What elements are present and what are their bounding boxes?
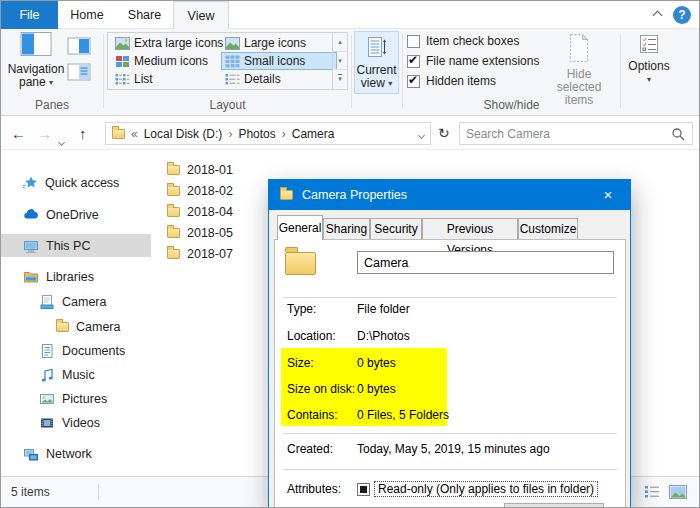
- location-value: D:\Photos: [357, 329, 410, 343]
- hide-selected-items-button[interactable]: Hide selected items: [545, 33, 613, 107]
- help-icon[interactable]: ?: [673, 6, 691, 24]
- forward-button[interactable]: →: [37, 117, 52, 150]
- file-name-extensions-checkbox[interactable]: File name extensions: [407, 53, 539, 69]
- chevron-down-icon: [58, 139, 65, 146]
- dropdown-arrow-icon: ▾: [388, 79, 392, 88]
- music-note-icon: [39, 367, 55, 383]
- gallery-more-icon[interactable]: ▾: [333, 69, 347, 87]
- chevron-down-icon: [418, 131, 425, 138]
- pictures-icon: [39, 391, 55, 407]
- read-only-label[interactable]: Read-only (Only applies to files in fold…: [374, 481, 598, 497]
- refresh-button[interactable]: ↻: [438, 117, 450, 150]
- tab-customize[interactable]: Customize: [518, 218, 578, 239]
- tab-view[interactable]: View: [173, 1, 229, 29]
- navigation-pane-button[interactable]: Navigation pane ▾: [7, 31, 65, 89]
- sidebar-item-label: Music: [62, 368, 95, 382]
- details-pane-button[interactable]: [67, 63, 91, 85]
- hidden-items-checkbox[interactable]: Hidden items: [407, 73, 496, 89]
- search-input[interactable]: [460, 127, 671, 141]
- details-pane-icon: [67, 63, 91, 81]
- layout-large-icons[interactable]: Large icons: [221, 34, 310, 52]
- tab-file[interactable]: File: [1, 1, 58, 29]
- sidebar-item-label: OneDrive: [46, 208, 99, 222]
- layout-extra-large-icons[interactable]: Extra large icons: [111, 34, 227, 52]
- sidebar-item-pictures[interactable]: Pictures: [1, 387, 151, 410]
- dialog-title-bar[interactable]: Camera Properties ×: [269, 180, 630, 210]
- back-button[interactable]: ←: [11, 117, 26, 150]
- folder-icon-large: [285, 252, 316, 275]
- list-item[interactable]: 2018-05: [167, 223, 233, 243]
- scroll-up-icon[interactable]: ▴: [333, 33, 347, 51]
- address-dropdown[interactable]: [419, 127, 424, 141]
- sidebar-item-videos[interactable]: Videos: [1, 411, 151, 434]
- separator: [283, 297, 617, 298]
- group-separator: [620, 34, 621, 108]
- group-separator: [351, 34, 352, 108]
- layout-list[interactable]: List: [111, 70, 157, 88]
- sidebar-item-camera-library[interactable]: Camera: [1, 290, 151, 313]
- options-button[interactable]: Options▾: [623, 33, 675, 86]
- recent-locations-dropdown[interactable]: [59, 131, 64, 149]
- breadcrumb-item-photos[interactable]: Photos: [238, 127, 275, 141]
- up-button[interactable]: ↑: [79, 117, 87, 150]
- thumbnails-view-button[interactable]: [667, 485, 689, 501]
- size-label: Size:: [287, 356, 314, 370]
- list-item[interactable]: 2018-01: [167, 160, 233, 180]
- collapsed-path-icon[interactable]: «: [131, 127, 138, 141]
- minimize-ribbon-icon[interactable]: [651, 10, 663, 20]
- layout-item-label: Small icons: [244, 54, 305, 68]
- folder-name-input[interactable]: [357, 251, 614, 274]
- advanced-button-partial[interactable]: [504, 503, 604, 508]
- layout-medium-icons[interactable]: Medium icons: [111, 52, 212, 70]
- sidebar-item-music[interactable]: Music: [1, 363, 151, 386]
- separator: [283, 433, 617, 434]
- item-check-boxes-checkbox[interactable]: Item check boxes: [407, 33, 519, 49]
- sidebar-item-libraries[interactable]: Libraries: [1, 265, 151, 288]
- folder-icon: [56, 322, 69, 332]
- tab-sharing[interactable]: Sharing: [323, 218, 370, 239]
- folder-icon: [167, 207, 180, 217]
- location-label: Location:: [287, 329, 336, 343]
- tab-previous-versions[interactable]: Previous Versions: [422, 218, 518, 239]
- breadcrumb-item-drive[interactable]: Local Disk (D:): [144, 127, 223, 141]
- sidebar-item-onedrive[interactable]: OneDrive: [1, 203, 151, 226]
- layout-details[interactable]: Details: [221, 70, 285, 88]
- size-on-disk-value: 0 bytes: [357, 382, 396, 396]
- scroll-down-icon[interactable]: ▾: [333, 51, 347, 69]
- breadcrumb[interactable]: « Local Disk (D:) › Photos › Camera: [105, 122, 431, 145]
- close-icon[interactable]: ×: [587, 181, 629, 209]
- list-item[interactable]: 2018-02: [167, 181, 233, 201]
- sidebar-item-network[interactable]: Network: [1, 442, 151, 465]
- preview-pane-button[interactable]: [67, 37, 91, 59]
- list-item[interactable]: 2018-04: [167, 202, 233, 222]
- created-value: Today, May 5, 2019, 15 minutes ago: [357, 442, 550, 456]
- folder-icon: [167, 249, 180, 259]
- folder-icon: [167, 186, 180, 196]
- search-icon[interactable]: [671, 127, 685, 141]
- address-bar: ← → ↑ « Local Disk (D:) › Photos › Camer…: [1, 117, 699, 150]
- libraries-icon: [23, 269, 39, 285]
- tab-security[interactable]: Security: [370, 218, 422, 239]
- tab-home[interactable]: Home: [58, 1, 116, 29]
- tab-share[interactable]: Share: [116, 1, 173, 29]
- created-label: Created:: [287, 442, 333, 456]
- checkbox-label: Item check boxes: [426, 34, 519, 48]
- current-view-button[interactable]: Current view ▾: [354, 31, 399, 94]
- tab-general[interactable]: General: [277, 215, 323, 240]
- sidebar-item-this-pc[interactable]: This PC: [1, 234, 151, 257]
- breadcrumb-item-camera[interactable]: Camera: [292, 127, 335, 141]
- details-view-button[interactable]: [641, 485, 663, 501]
- group-separator: [402, 34, 403, 108]
- sidebar-item-camera-folder[interactable]: Camera: [1, 315, 151, 338]
- sidebar-item-documents[interactable]: Documents: [1, 339, 151, 362]
- layout-small-icons[interactable]: Small icons: [221, 52, 337, 70]
- read-only-checkbox[interactable]: [357, 483, 370, 496]
- sidebar-item-quick-access[interactable]: Quick access: [1, 171, 151, 194]
- ribbon-tab-bar: File Home Share View ?: [1, 1, 699, 29]
- search-box: [459, 122, 693, 145]
- gallery-scrollbar[interactable]: ▴ ▾ ▾: [332, 33, 347, 89]
- show-hide-group-label: Show/hide: [403, 98, 620, 112]
- list-item[interactable]: 2018-07: [167, 244, 233, 264]
- options-label: Options: [628, 59, 669, 73]
- panes-group-label: Panes: [1, 98, 103, 112]
